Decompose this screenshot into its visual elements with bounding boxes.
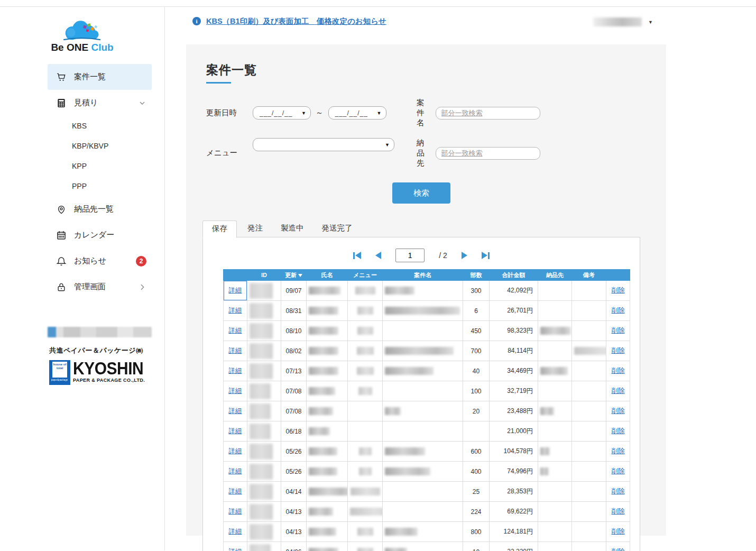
first-page-button[interactable] <box>353 252 361 259</box>
id-cell <box>247 281 281 301</box>
page-input[interactable] <box>395 249 425 262</box>
sidebar-item-admin[interactable]: 管理画面 <box>48 274 152 300</box>
notice-link[interactable]: KBS（B1印刷）及び表面加工 価格改定のお知らせ <box>206 16 386 26</box>
detail-link[interactable]: 詳細 <box>229 427 242 435</box>
menu-cell <box>348 401 383 421</box>
detail-link[interactable]: 詳細 <box>229 508 242 515</box>
delete-link[interactable]: 削除 <box>612 327 625 334</box>
delete-cell: 削除 <box>606 281 630 301</box>
detail-link[interactable]: 詳細 <box>229 447 242 455</box>
redacted-text <box>309 488 348 495</box>
tab-shipped[interactable]: 発送完了 <box>315 221 360 237</box>
last-page-button[interactable] <box>482 252 490 259</box>
delete-link[interactable]: 削除 <box>612 467 625 475</box>
sidebar-item-delivery-list[interactable]: 納品先一覧 <box>48 196 152 222</box>
detail-link[interactable]: 詳細 <box>229 367 242 374</box>
remarks-cell <box>572 502 606 522</box>
delivery-cell <box>538 401 572 421</box>
detail-link[interactable]: 詳細 <box>229 467 242 475</box>
date-from-select[interactable]: ___/__/__ ▼ <box>253 106 311 120</box>
sidebar-item-quotes[interactable]: 見積り <box>48 90 152 116</box>
delete-link[interactable]: 削除 <box>612 427 625 435</box>
delete-link[interactable]: 削除 <box>612 387 625 394</box>
sidebar-item-kbs[interactable]: KBS <box>48 116 152 136</box>
detail-link[interactable]: 詳細 <box>229 528 242 535</box>
sidebar-item-kpp[interactable]: KPP <box>48 156 152 176</box>
delete-link[interactable]: 削除 <box>612 407 625 415</box>
id-cell <box>247 442 281 462</box>
delete-link[interactable]: 削除 <box>612 548 625 551</box>
total-cell: 104,578円 <box>490 442 538 462</box>
qty-cell <box>463 421 490 442</box>
case-name-cell <box>383 421 463 442</box>
column-header: 備考 <box>572 270 606 281</box>
delete-cell: 削除 <box>606 421 630 442</box>
remarks-cell <box>572 281 606 301</box>
redacted-text <box>357 367 374 375</box>
updated-cell: 08/02 <box>281 341 307 361</box>
menu-cell <box>348 421 383 442</box>
beone-logo[interactable]: Be ONE Club <box>0 7 164 64</box>
sidebar-item-ppp[interactable]: PPP <box>48 176 152 196</box>
delete-cell: 削除 <box>606 401 630 421</box>
user-menu[interactable]: ▼ <box>593 17 653 26</box>
delete-link[interactable]: 削除 <box>612 447 625 455</box>
delete-link[interactable]: 削除 <box>612 287 625 294</box>
name-cell <box>307 301 348 321</box>
sidebar-item-calendar[interactable]: カレンダー <box>48 222 152 248</box>
redacted-text <box>309 467 337 475</box>
delete-link[interactable]: 削除 <box>612 488 625 495</box>
menu-select[interactable]: ▼ <box>253 138 394 151</box>
tab-in-production[interactable]: 製造中 <box>273 221 311 237</box>
delete-link[interactable]: 削除 <box>612 508 625 515</box>
name-cell <box>307 442 348 462</box>
detail-cell: 詳細 <box>224 482 247 502</box>
redacted-text <box>250 303 273 319</box>
name-cell <box>307 522 348 542</box>
tab-saved[interactable]: 保存 <box>202 221 237 238</box>
table-row: 詳細04/142528,353円削除 <box>224 482 630 502</box>
delete-link[interactable]: 削除 <box>612 528 625 535</box>
menu-cell <box>348 442 383 462</box>
lock-icon <box>56 282 67 292</box>
detail-link[interactable]: 詳細 <box>229 287 242 294</box>
column-header: 案件名 <box>383 270 463 281</box>
case-name-cell <box>383 281 463 301</box>
tab-content: / 2 ID更新氏名メニュー案件名部数合計金額納品先備考 詳細09/073004… <box>202 237 640 551</box>
redacted-text <box>351 488 380 495</box>
next-page-button[interactable] <box>462 252 467 259</box>
redacted-text <box>357 347 374 355</box>
detail-link[interactable]: 詳細 <box>229 387 242 394</box>
menu-cell <box>348 381 383 401</box>
date-to-select[interactable]: ___/__/__ ▼ <box>328 106 386 120</box>
sidebar-item-projects[interactable]: 案件一覧 <box>48 64 152 90</box>
detail-link[interactable]: 詳細 <box>229 548 242 551</box>
table-row: 詳細08/0270084,114円削除 <box>224 341 630 361</box>
detail-link[interactable]: 詳細 <box>229 307 242 314</box>
search-button[interactable]: 検索 <box>392 182 450 204</box>
case-name-input[interactable] <box>436 107 540 120</box>
sidebar-item-kbp-kbvp[interactable]: KBP/KBVP <box>48 136 152 156</box>
delete-link[interactable]: 削除 <box>612 367 625 374</box>
column-header: 合計金額 <box>490 270 538 281</box>
detail-link[interactable]: 詳細 <box>229 347 242 354</box>
prev-page-button[interactable] <box>375 252 381 259</box>
id-cell <box>247 502 281 522</box>
redacted-text <box>309 427 330 435</box>
id-cell <box>247 522 281 542</box>
delivery-input[interactable] <box>436 147 540 160</box>
detail-link[interactable]: 詳細 <box>229 327 242 334</box>
column-header[interactable]: 更新 <box>281 270 307 281</box>
delete-link[interactable]: 削除 <box>612 347 625 354</box>
tab-ordered[interactable]: 発注 <box>240 221 270 237</box>
detail-link[interactable]: 詳細 <box>229 407 242 415</box>
detail-cell: 詳細 <box>224 522 247 542</box>
redacted-text <box>357 327 373 335</box>
delete-link[interactable]: 削除 <box>612 307 625 314</box>
sidebar-item-notifications[interactable]: お知らせ2 <box>48 248 152 274</box>
detail-link[interactable]: 詳細 <box>229 488 242 495</box>
sidebar-item-label: 見積り <box>74 98 98 108</box>
redacted-text <box>309 407 333 415</box>
sidebar-item-label: お知らせ <box>74 256 106 266</box>
total-cell: 124,181円 <box>490 522 538 542</box>
